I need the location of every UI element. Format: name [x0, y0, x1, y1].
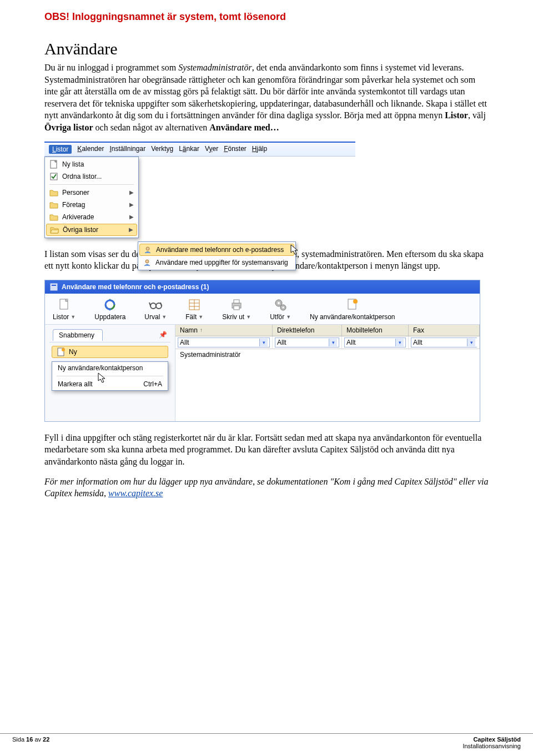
chevron-right-icon: ▶: [129, 201, 134, 208]
paragraph-1: Du är nu inloggad i programmet som Syste…: [44, 62, 489, 134]
value: Allt: [346, 339, 356, 346]
toolbar-listor[interactable]: Listor▼: [53, 298, 76, 321]
screenshot-menu: Listor Kalender Inställningar Verktyg Lä…: [44, 142, 355, 238]
submenu-item-anvandare-telefon[interactable]: Användare med telefonnr och e-postadress: [139, 244, 294, 256]
toolbar-utfor[interactable]: Utför▼: [270, 298, 291, 321]
svg-point-3: [145, 260, 149, 263]
label: Ny lista: [62, 160, 84, 168]
paragraph-3: Fyll i dina uppgifter och stäng register…: [44, 432, 489, 468]
window-icon: [49, 283, 58, 291]
tab-snabbmeny[interactable]: Snabbmeny: [53, 329, 103, 341]
label: Skriv ut: [222, 313, 244, 321]
svg-point-17: [278, 302, 280, 304]
user-icon: [143, 245, 152, 254]
label: Personer: [62, 189, 89, 196]
toolbar-skriv-ut[interactable]: Skriv ut▼: [222, 298, 251, 321]
menu-kalender[interactable]: Kalender: [77, 145, 104, 154]
toolbar-uppdatera[interactable]: Uppdatera: [94, 298, 125, 321]
col-fax[interactable]: Fax: [409, 325, 480, 336]
label: Ny: [69, 348, 77, 356]
filter-row: Allt▾ Allt▾ Allt▾ Allt▾: [175, 336, 480, 349]
menu-installningar[interactable]: Inställningar: [109, 145, 145, 154]
refresh-icon: [103, 298, 117, 311]
ctx-markera-allt[interactable]: Markera allt Ctrl+A: [52, 378, 168, 390]
filter-direkttelefon[interactable]: Allt▾: [275, 337, 339, 347]
text-bold: Användare med…: [209, 123, 279, 132]
cell-namn: Systemadministratör: [180, 351, 277, 359]
text-bold: Övriga listor: [44, 123, 93, 132]
separator: [49, 184, 134, 185]
submenu-item-anvandare-system[interactable]: Användare med uppgifter för systemansvar…: [138, 256, 295, 269]
folder-icon: [49, 188, 58, 197]
menu-lankar[interactable]: Länkar: [179, 145, 199, 154]
svg-rect-5: [52, 285, 56, 286]
left-pane: Snabbmeny 📌 Ny Ny användare/kontaktperso…: [45, 325, 175, 421]
text: , välj: [468, 110, 486, 120]
new-page-icon: [346, 298, 359, 311]
glasses-icon: [149, 298, 162, 311]
chevron-right-icon: ▶: [129, 214, 134, 220]
toolbar-falt[interactable]: Fält▼: [185, 298, 203, 321]
col-mobiltelefon[interactable]: Mobiltelefon: [342, 325, 409, 336]
pin-icon[interactable]: 📌: [159, 331, 170, 339]
value: Allt: [413, 339, 423, 346]
submenu-ovriga: Användare med telefonnr och e-postadress…: [138, 241, 296, 270]
menu-listor[interactable]: Listor: [49, 145, 72, 154]
value: Allt: [277, 339, 286, 346]
shortcut: Ctrl+A: [143, 380, 162, 388]
label: Användare med telefonnr och e-postadress: [156, 246, 284, 254]
grid-header: Namn↑ Direkttelefon Mobiltelefon Fax: [175, 325, 480, 336]
table-row[interactable]: Systemadministratör: [175, 349, 480, 360]
menu-fonster[interactable]: Fönster: [224, 145, 247, 154]
label: Uppdatera: [94, 313, 125, 321]
ctx-ny-anvandare[interactable]: Ny användare/kontaktperson: [52, 362, 168, 374]
menuitem-ovriga-listor[interactable]: Övriga listor ▶: [46, 224, 137, 236]
menu-vyer[interactable]: Vyer: [205, 145, 218, 154]
label: Företag: [62, 201, 85, 209]
col-direkttelefon[interactable]: Direkttelefon: [273, 325, 342, 336]
label: Fält: [185, 313, 197, 321]
page-icon: [58, 298, 71, 311]
text: Du är nu inloggad i programmet som: [44, 63, 178, 72]
svg-point-7: [150, 303, 156, 309]
value: Allt: [180, 339, 189, 346]
paragraph-4: För mer information om hur du lägger upp…: [44, 476, 489, 500]
col-namn[interactable]: Namn↑: [175, 325, 273, 336]
link-capitex[interactable]: www.capitex.se: [108, 488, 163, 498]
menu-hjalp[interactable]: Hjälp: [252, 145, 267, 154]
svg-point-23: [62, 348, 65, 351]
label: Namn: [180, 326, 198, 334]
chevron-down-icon: ▾: [395, 339, 404, 346]
svg-point-19: [283, 306, 284, 308]
list-check-icon: [49, 172, 58, 181]
folder-icon: [49, 213, 58, 221]
menuitem-ny-lista[interactable]: Ny lista: [45, 158, 138, 170]
menuitem-personer[interactable]: Personer ▶: [45, 187, 138, 199]
printer-icon: [230, 298, 243, 311]
filter-namn[interactable]: Allt▾: [178, 337, 270, 347]
new-page-icon: [57, 347, 66, 356]
label: Övriga listor: [63, 226, 98, 234]
menuitem-ordna-listor[interactable]: Ordna listor...: [45, 170, 138, 183]
grid-pane: Namn↑ Direkttelefon Mobiltelefon Fax All…: [175, 325, 480, 421]
page-number: Sida 16 av 22: [12, 736, 49, 749]
label: Ny användare/kontaktperson: [58, 364, 143, 372]
menuitem-foretag[interactable]: Företag ▶: [45, 199, 138, 211]
toolbar-ny-anvandare[interactable]: Ny användare/kontaktperson: [310, 298, 395, 321]
menuitem-arkiverade[interactable]: Arkiverade ▶: [45, 211, 138, 223]
chevron-right-icon: ▶: [129, 226, 133, 233]
titlebar: Användare med telefonnr och e-postadress…: [45, 280, 480, 294]
section-heading: Användare: [44, 39, 489, 58]
label: Arkiverade: [62, 213, 94, 221]
filter-fax[interactable]: Allt▾: [411, 337, 477, 347]
chevron-down-icon: ▾: [329, 339, 337, 346]
screenshot-list-window: Användare med telefonnr och e-postadress…: [44, 280, 480, 422]
window-title: Användare med telefonnr och e-postadress…: [62, 283, 209, 291]
toolbar-urval[interactable]: Urval▼: [144, 298, 167, 321]
menu-verktyg[interactable]: Verktyg: [151, 145, 173, 154]
filter-mobiltelefon[interactable]: Allt▾: [344, 337, 406, 347]
sidebar-item-ny[interactable]: Ny: [52, 346, 168, 358]
text: och sedan något av alternativen: [93, 123, 210, 132]
page-footer: Sida 16 av 22 Capitex Säljstöd Installat…: [0, 733, 533, 749]
chevron-down-icon: ▾: [467, 339, 475, 346]
